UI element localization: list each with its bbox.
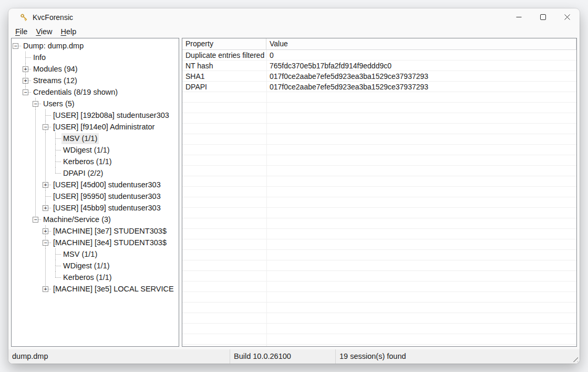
tree-item-label[interactable]: MSV (1/1) xyxy=(61,133,99,144)
main-content: −Dump: dump.dmpInfo+Modules (94)+Streams… xyxy=(11,38,577,347)
tree-connector xyxy=(42,109,51,121)
expand-toggle-icon[interactable]: + xyxy=(43,286,48,292)
expand-toggle-icon[interactable]: + xyxy=(43,205,48,211)
tree-item[interactable]: −Users (5) xyxy=(12,98,179,109)
tree-item[interactable]: +Streams (12) xyxy=(12,75,179,86)
details-panel: Property Value Duplicate entries filtere… xyxy=(182,38,577,347)
tree-item-label[interactable]: [MACHINE] [3e7] STUDENT303$ xyxy=(51,226,168,237)
tree-connector: − xyxy=(22,86,32,98)
value-cell: 0 xyxy=(266,50,576,61)
property-cell: DPAPI xyxy=(182,82,266,92)
tree-item[interactable]: −[MACHINE] [3e4] STUDENT303$ xyxy=(12,237,179,248)
menu-item-help[interactable]: Help xyxy=(57,27,81,36)
tree-connector: − xyxy=(32,214,42,225)
collapse-toggle-icon[interactable]: − xyxy=(13,43,18,49)
table-row[interactable]: SHA1017f0ce2aabe7efe5d923ea3ba1529ce3793… xyxy=(182,71,576,82)
collapse-toggle-icon[interactable]: − xyxy=(33,217,38,223)
tree-item[interactable]: +[MACHINE] [3e5] LOCAL SERVICE xyxy=(12,283,179,295)
tree-item[interactable]: [USER] [95950] studentuser303 xyxy=(12,190,179,202)
table-body[interactable]: Duplicate entries filtered0NT hash765fdc… xyxy=(182,50,576,346)
tree-guide xyxy=(12,63,22,75)
tree-guide xyxy=(22,260,32,272)
tree-item-label[interactable]: Modules (94) xyxy=(32,64,79,75)
tree-item-label[interactable]: MSV (1/1) xyxy=(61,249,99,260)
statusbar-file: dump.dmp xyxy=(8,349,230,364)
tree-guide xyxy=(12,133,22,144)
tree-item[interactable]: Kerberos (1/1) xyxy=(12,156,179,167)
column-header-property[interactable]: Property xyxy=(182,38,266,49)
tree-item-label[interactable]: Credentials (8/19 shown) xyxy=(32,87,119,98)
close-icon[interactable] xyxy=(555,8,579,26)
column-header-value[interactable]: Value xyxy=(266,38,576,49)
tree-item-label[interactable]: Machine/Service (3) xyxy=(42,214,112,225)
tree-guide xyxy=(32,190,42,202)
tree-guide xyxy=(32,225,42,237)
collapse-toggle-icon[interactable]: − xyxy=(33,101,38,107)
tree-item[interactable]: −Dump: dump.dmp xyxy=(12,40,179,52)
dump-tree-panel[interactable]: −Dump: dump.dmpInfo+Modules (94)+Streams… xyxy=(11,38,179,347)
tree-item[interactable]: WDigest (1/1) xyxy=(12,144,179,156)
titlebar[interactable]: KvcForensic xyxy=(8,8,580,26)
table-row[interactable]: DPAPI017f0ce2aabe7efe5d923ea3ba1529ce379… xyxy=(182,82,576,92)
collapse-toggle-icon[interactable]: − xyxy=(43,124,48,130)
tree-item-label[interactable]: [USER] [45bb9] studentuser303 xyxy=(51,203,162,214)
tree-item-label[interactable]: [MACHINE] [3e5] LOCAL SERVICE xyxy=(51,284,176,295)
tree-item-label[interactable]: Kerberos (1/1) xyxy=(61,272,114,283)
expand-toggle-icon[interactable]: + xyxy=(43,182,48,188)
tree-item-label[interactable]: Streams (12) xyxy=(32,75,79,86)
property-cell: SHA1 xyxy=(182,71,266,82)
tree-item-label[interactable]: DPAPI (2/2) xyxy=(61,168,105,179)
tree-item[interactable]: +[USER] [45d00] studentuser303 xyxy=(12,179,179,190)
tree-item[interactable]: MSV (1/1) xyxy=(12,133,179,144)
tree-item-label[interactable]: WDigest (1/1) xyxy=(61,145,111,156)
tree-item[interactable]: −Machine/Service (3) xyxy=(12,214,179,225)
tree-connector xyxy=(51,133,61,144)
tree-item-label[interactable]: [USER] [192b08a] studentuser303 xyxy=(51,110,171,121)
tree-item[interactable]: +[USER] [45bb9] studentuser303 xyxy=(12,202,179,214)
tree-item[interactable]: WDigest (1/1) xyxy=(12,260,179,272)
tree-item-label[interactable]: Info xyxy=(32,52,47,63)
tree-item[interactable]: DPAPI (2/2) xyxy=(12,167,179,179)
tree-guide xyxy=(22,133,32,144)
tree-item[interactable]: +Modules (94) xyxy=(12,63,179,75)
tree-guide xyxy=(12,98,22,109)
tree-connector: + xyxy=(42,202,51,214)
table-row[interactable]: Duplicate entries filtered0 xyxy=(182,50,576,61)
minimize-icon[interactable] xyxy=(507,8,531,26)
collapse-toggle-icon[interactable]: − xyxy=(23,89,28,95)
tree-item[interactable]: −[USER] [f914e0] Administrator xyxy=(12,121,179,133)
expand-toggle-icon[interactable]: + xyxy=(23,66,28,72)
maximize-icon[interactable] xyxy=(531,8,555,26)
tree-item[interactable]: −Credentials (8/19 shown) xyxy=(12,86,179,98)
table-row[interactable]: NT hash765fdc370e5b17bfa2fd914f9eddd9c0 xyxy=(182,61,576,71)
tree-guide xyxy=(12,248,22,260)
tree-item[interactable]: [USER] [192b08a] studentuser303 xyxy=(12,109,179,121)
tree-item[interactable]: MSV (1/1) xyxy=(12,248,179,260)
property-cell: Duplicate entries filtered xyxy=(182,50,266,61)
value-cell: 017f0ce2aabe7efe5d923ea3ba1529ce37937293 xyxy=(266,71,576,82)
key-icon xyxy=(20,13,28,22)
expand-toggle-icon[interactable]: + xyxy=(23,78,28,84)
tree-item-label[interactable]: WDigest (1/1) xyxy=(61,260,111,272)
tree-item[interactable]: Info xyxy=(12,52,179,63)
tree-guide xyxy=(32,260,42,272)
tree-item-label[interactable]: [MACHINE] [3e4] STUDENT303$ xyxy=(51,237,168,248)
tree-item[interactable]: Kerberos (1/1) xyxy=(12,272,179,283)
tree-connector: + xyxy=(22,75,32,86)
tree-item-label[interactable]: Users (5) xyxy=(42,98,76,109)
tree-guide xyxy=(22,190,32,202)
tree-guide xyxy=(12,121,22,133)
tree-guide xyxy=(32,272,42,283)
tree-item-label[interactable]: [USER] [f914e0] Administrator xyxy=(51,122,156,133)
tree-item-label[interactable]: Kerberos (1/1) xyxy=(61,156,114,167)
tree-guide xyxy=(12,202,22,214)
collapse-toggle-icon[interactable]: − xyxy=(43,240,48,246)
menu-item-file[interactable]: File xyxy=(11,27,32,36)
menu-item-view[interactable]: View xyxy=(32,27,56,36)
tree-item-label[interactable]: Dump: dump.dmp xyxy=(22,41,85,52)
tree-item-label[interactable]: [USER] [45d00] studentuser303 xyxy=(51,179,162,190)
property-cell: NT hash xyxy=(182,61,266,71)
expand-toggle-icon[interactable]: + xyxy=(43,228,48,234)
tree-item-label[interactable]: [USER] [95950] studentuser303 xyxy=(51,191,162,202)
tree-item[interactable]: +[MACHINE] [3e7] STUDENT303$ xyxy=(12,225,179,237)
